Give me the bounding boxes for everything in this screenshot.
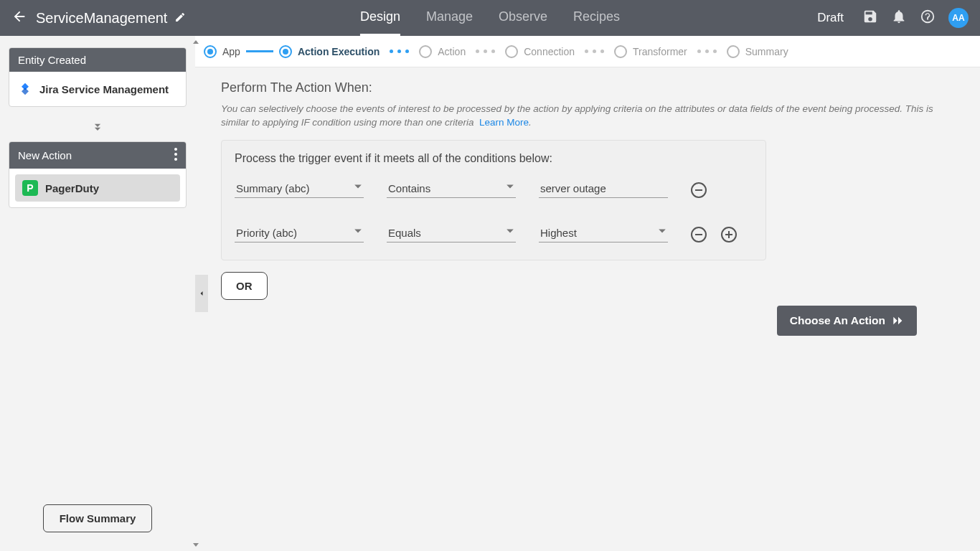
or-button[interactable]: OR [221, 272, 268, 300]
condition-value-select[interactable]: Highest [539, 224, 668, 242]
action-card-title: New Action [18, 149, 72, 161]
app-title-wrap: ServiceManagement [36, 10, 186, 27]
collapse-sidebar-handle[interactable] [195, 275, 208, 312]
top-nav: Design Manage Observe Recipes [360, 0, 620, 36]
entity-card-title: Entity Created [18, 54, 86, 66]
learn-more-link[interactable]: Learn More [479, 117, 529, 128]
avatar[interactable]: AA [948, 8, 969, 28]
step-connection[interactable]: Connection [505, 45, 575, 58]
chevron-down-icon [658, 225, 666, 238]
step-summary[interactable]: Summary [727, 45, 788, 58]
chevron-down-icon [506, 181, 514, 194]
stepper: App Action Execution Action Connection T… [195, 36, 980, 67]
condition-field-select[interactable]: Summary (abc) [235, 179, 364, 198]
pagerduty-icon: P [22, 180, 38, 196]
condition-row: Summary (abc) Contains [235, 179, 753, 198]
step-separator [580, 50, 608, 53]
jira-icon [18, 82, 32, 96]
save-icon[interactable] [862, 9, 878, 27]
chevron-down-icon [354, 181, 362, 194]
scroll-up-icon[interactable] [192, 39, 199, 46]
choose-action-label: Choose An Action [790, 314, 885, 327]
conditions-box: Process the trigger event if it meets al… [221, 140, 766, 260]
bell-icon[interactable] [891, 9, 907, 27]
nav-recipes[interactable]: Recipes [573, 0, 620, 36]
svg-point-0 [174, 148, 177, 151]
remove-condition-button[interactable] [691, 182, 707, 198]
condition-value-input[interactable] [539, 179, 668, 198]
action-card-header: New Action [9, 142, 186, 169]
condition-operator-select[interactable]: Equals [387, 224, 516, 242]
back-arrow-icon[interactable] [11, 9, 27, 27]
content-scroll[interactable]: Perform The Action When: You can selecti… [195, 67, 980, 551]
nav-design[interactable]: Design [360, 0, 400, 36]
entity-card-header: Entity Created [9, 48, 186, 72]
choose-action-button[interactable]: Choose An Action [777, 306, 917, 336]
svg-point-1 [174, 153, 177, 156]
flow-summary-button[interactable]: Flow Summary [43, 504, 153, 532]
app-title: ServiceManagement [36, 10, 167, 27]
topbar-right: Draft AA [817, 8, 969, 28]
step-separator [693, 50, 721, 53]
step-separator [246, 50, 273, 52]
status-label: Draft [817, 11, 844, 25]
step-action[interactable]: Action [419, 45, 466, 58]
action-card-body[interactable]: P PagerDuty [15, 174, 180, 202]
step-separator [471, 50, 499, 53]
svg-point-2 [174, 158, 177, 161]
section-title: Perform The Action When: [221, 80, 954, 95]
entity-card: Entity Created Jira Service Management [9, 47, 187, 107]
condition-field-select[interactable]: Priority (abc) [235, 224, 364, 242]
chevron-down-icon [354, 225, 362, 238]
topbar: ServiceManagement Design Manage Observe … [0, 0, 980, 36]
step-separator [385, 50, 413, 53]
condition-operator-select[interactable]: Contains [387, 179, 516, 198]
edit-title-icon[interactable] [174, 10, 186, 27]
entity-item-label: Jira Service Management [39, 83, 169, 95]
main: App Action Execution Action Connection T… [195, 36, 980, 551]
sidebar: Entity Created Jira Service Management N… [0, 36, 195, 551]
action-item-label: PagerDuty [45, 182, 99, 194]
step-transformer[interactable]: Transformer [614, 45, 687, 58]
condition-row: Priority (abc) Equals Highest [235, 224, 753, 242]
step-app[interactable]: App [204, 45, 240, 58]
step-action-execution[interactable]: Action Execution [279, 45, 380, 58]
flow-arrow-icon [9, 120, 187, 137]
scroll-down-icon[interactable] [192, 541, 199, 548]
double-chevron-right-icon [892, 316, 904, 325]
entity-card-body[interactable]: Jira Service Management [9, 72, 186, 106]
conditions-box-title: Process the trigger event if it meets al… [235, 152, 753, 165]
section-description: You can selectively choose the events of… [221, 103, 954, 130]
nav-manage[interactable]: Manage [426, 0, 473, 36]
help-icon[interactable] [920, 9, 936, 27]
remove-condition-button[interactable] [691, 227, 707, 242]
chevron-down-icon [506, 225, 514, 238]
action-card: New Action P PagerDuty [9, 141, 187, 208]
nav-observe[interactable]: Observe [499, 0, 547, 36]
add-condition-button[interactable] [721, 227, 737, 242]
kebab-icon[interactable] [174, 148, 177, 163]
